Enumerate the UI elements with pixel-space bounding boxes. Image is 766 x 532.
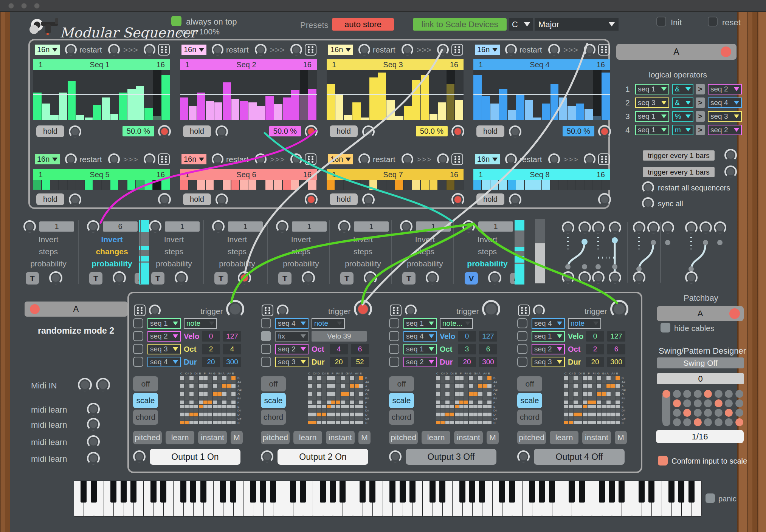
grid-cell[interactable] — [455, 413, 459, 416]
grid-cell[interactable] — [483, 396, 487, 400]
grid-cell[interactable] — [574, 388, 578, 392]
grid-cell[interactable] — [180, 392, 184, 396]
rate-select[interactable]: 16n — [35, 45, 60, 55]
grid-cell[interactable] — [194, 376, 198, 380]
invert-count-knob[interactable] — [338, 220, 350, 233]
grid-cell[interactable] — [445, 421, 450, 425]
grid-cell[interactable] — [359, 380, 363, 384]
mute-button[interactable]: M — [487, 431, 499, 444]
grid-cell[interactable] — [597, 405, 601, 408]
probability-percent[interactable]: 50.0 % — [416, 126, 448, 136]
seq-step[interactable] — [455, 180, 463, 190]
grid-cell[interactable] — [317, 380, 321, 384]
dice-randomize-button[interactable] — [598, 44, 610, 56]
grid-cell[interactable] — [189, 405, 194, 408]
logical-seq-a-select[interactable]: seq 1 — [635, 125, 669, 135]
grid-cell[interactable] — [194, 396, 198, 400]
grid-cell[interactable] — [487, 396, 492, 400]
output-aux-knob[interactable] — [405, 305, 417, 316]
invert-count-box[interactable]: 1 — [354, 221, 389, 232]
grid-cell[interactable] — [359, 392, 363, 396]
grid-cell[interactable] — [483, 408, 487, 412]
grid-cell[interactable] — [440, 396, 445, 400]
note-mode-select[interactable]: note... — [440, 318, 473, 329]
seq-step[interactable] — [430, 180, 437, 190]
grid-cell[interactable] — [616, 392, 620, 396]
grid-cell[interactable] — [227, 388, 231, 392]
grid-cell[interactable] — [185, 396, 189, 400]
matrix-knob[interactable] — [562, 271, 574, 284]
matrix-knob[interactable] — [562, 221, 574, 234]
seq-source-select[interactable]: seq 3 — [275, 357, 309, 367]
grid-cell[interactable] — [606, 392, 611, 396]
grid-cell[interactable] — [592, 388, 596, 392]
grid-cell[interactable] — [350, 396, 354, 400]
logical-seq-b-select[interactable]: seq 3 — [708, 111, 742, 122]
row-enable-checkbox[interactable] — [133, 318, 143, 328]
grid-cell[interactable] — [564, 401, 568, 404]
grid-cell[interactable] — [185, 408, 189, 412]
record-knob[interactable] — [158, 193, 171, 206]
grid-cell[interactable] — [341, 401, 345, 404]
grid-cell[interactable] — [616, 380, 620, 384]
grid-cell[interactable] — [331, 421, 335, 425]
grid-cell[interactable] — [616, 417, 620, 421]
grid-cell[interactable] — [359, 405, 363, 408]
chord-mode-button[interactable]: chord — [261, 410, 286, 425]
param-max-box[interactable]: 300 — [479, 357, 497, 367]
grid-cell[interactable] — [331, 413, 335, 416]
grid-cell[interactable] — [602, 392, 606, 396]
grid-cell[interactable] — [574, 376, 578, 380]
grid-cell[interactable] — [478, 376, 482, 380]
grid-cell[interactable] — [611, 380, 615, 384]
note-mapping-grid[interactable]: CC#DD#EFF#GG#AA#BBA#AG#GF#FED#DC#C — [436, 376, 493, 425]
grid-cell[interactable] — [564, 421, 568, 425]
grid-cell[interactable] — [487, 380, 492, 384]
param-min-box[interactable]: 20 — [330, 357, 348, 367]
output-toggle-knob[interactable] — [389, 450, 402, 463]
grid-cell[interactable] — [355, 388, 359, 392]
grid-cell[interactable] — [231, 384, 236, 388]
grid-cell[interactable] — [222, 376, 226, 380]
grid-cell[interactable] — [345, 401, 349, 404]
grid-cell[interactable] — [455, 396, 459, 400]
grid-cell[interactable] — [616, 408, 620, 412]
black-key[interactable] — [81, 481, 87, 503]
step-knob[interactable] — [108, 153, 120, 165]
grid-cell[interactable] — [487, 408, 492, 412]
record-knob[interactable] — [305, 125, 318, 138]
grid-cell[interactable] — [217, 405, 222, 408]
grid-cell[interactable] — [350, 388, 354, 392]
seq-step[interactable] — [499, 180, 507, 190]
param-min-box[interactable]: 4 — [330, 344, 348, 354]
grid-cell[interactable] — [189, 392, 194, 396]
midi-learn-knob[interactable] — [87, 452, 100, 465]
seq-step[interactable] — [33, 180, 41, 190]
black-key[interactable] — [250, 481, 256, 503]
grid-cell[interactable] — [217, 388, 222, 392]
black-key[interactable] — [599, 481, 605, 503]
grid-cell[interactable] — [574, 405, 578, 408]
grid-cell[interactable] — [336, 392, 340, 396]
grid-cell[interactable] — [185, 376, 189, 380]
grid-cell[interactable] — [180, 388, 184, 392]
invert-value-slider[interactable] — [515, 220, 524, 285]
seq-step[interactable] — [257, 180, 265, 190]
grid-cell[interactable] — [231, 421, 236, 425]
invert-count-box[interactable]: 1 — [416, 221, 451, 232]
init-checkbox[interactable] — [656, 17, 666, 26]
black-key[interactable] — [190, 481, 196, 503]
logical-seq-a-select[interactable]: seq 3 — [635, 97, 669, 108]
grid-cell[interactable] — [578, 380, 582, 384]
grid-cell[interactable] — [564, 392, 568, 396]
seq-step[interactable] — [378, 180, 386, 190]
grid-cell[interactable] — [231, 376, 236, 380]
seq-step[interactable] — [76, 180, 84, 190]
grid-cell[interactable] — [588, 388, 592, 392]
output-toggle-button[interactable]: Output 4 Off — [534, 449, 625, 465]
grid-cell[interactable] — [312, 405, 316, 408]
hold-knob[interactable] — [509, 125, 521, 138]
root-note-select[interactable]: C — [509, 18, 533, 31]
grid-cell[interactable] — [440, 401, 445, 404]
note-mapping-grid[interactable]: CC#DD#EFF#GG#AA#BBA#AG#GF#FED#DC#C — [564, 376, 621, 425]
